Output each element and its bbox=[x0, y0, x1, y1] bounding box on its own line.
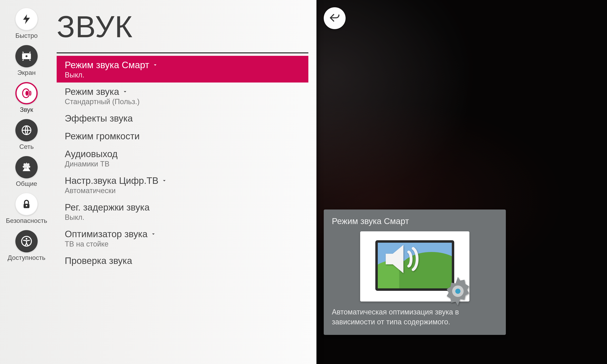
sidebar-item-label: Быстро bbox=[15, 32, 38, 39]
svg-point-3 bbox=[26, 91, 28, 96]
screen-icon bbox=[15, 45, 38, 67]
svg-point-1 bbox=[25, 55, 28, 58]
menu-item[interactable]: Эффекты звука bbox=[57, 109, 308, 127]
network-icon bbox=[15, 119, 38, 141]
chevron-down-icon bbox=[161, 178, 167, 184]
menu-item-title: Режим громкости bbox=[65, 131, 300, 142]
sidebar-item-label: Безопасность bbox=[6, 217, 47, 224]
menu-item[interactable]: Проверка звука bbox=[57, 252, 308, 269]
menu-item-value: Автоматически bbox=[65, 186, 300, 195]
menu-item[interactable]: Оптимизатор звукаТВ на стойке bbox=[57, 225, 308, 252]
settings-sidebar: Быстро Экран bbox=[0, 0, 53, 364]
menu-item-title: Режим звука bbox=[65, 86, 300, 97]
menu-item[interactable]: Режим звука СмартВыкл. bbox=[57, 56, 308, 82]
general-icon bbox=[15, 156, 38, 178]
help-card-title: Режим звука Смарт bbox=[332, 216, 498, 226]
page-title: ЗВУК bbox=[57, 9, 308, 44]
gear-icon bbox=[441, 274, 475, 309]
menu-item-title: Настр.звука Цифр.ТВ bbox=[65, 175, 300, 186]
sidebar-item-accessibility[interactable]: Доступность bbox=[0, 228, 53, 263]
chevron-down-icon bbox=[150, 231, 156, 237]
help-card: Режим звука Смарт Автома bbox=[324, 209, 506, 335]
menu-item-title: Проверка звука bbox=[65, 255, 300, 266]
sidebar-item-label: Доступность bbox=[8, 254, 46, 261]
menu-item[interactable]: Настр.звука Цифр.ТВАвтоматически bbox=[57, 171, 308, 198]
sidebar-item-quick[interactable]: Быстро bbox=[0, 6, 53, 41]
help-card-illustration bbox=[360, 231, 469, 301]
sidebar-item-label: Экран bbox=[17, 69, 36, 77]
menu-item-title: Эффекты звука bbox=[65, 113, 300, 124]
divider bbox=[57, 52, 308, 53]
menu-item[interactable]: АудиовыходДинамики ТВ bbox=[57, 145, 308, 171]
menu-item-value: Динамики ТВ bbox=[65, 160, 300, 168]
sidebar-item-label: Звук bbox=[20, 106, 33, 114]
sidebar-item-label: Сеть bbox=[19, 143, 34, 150]
menu-item[interactable]: Режим громкости bbox=[57, 127, 308, 145]
menu-item-value: Выкл. bbox=[65, 71, 300, 79]
settings-main: ЗВУК Режим звука СмартВыкл.Режим звукаСт… bbox=[53, 0, 317, 364]
menu-item[interactable]: Режим звукаСтандартный (Польз.) bbox=[57, 82, 308, 109]
svg-point-8 bbox=[26, 238, 27, 240]
bolt-icon bbox=[15, 8, 38, 30]
menu-item-title: Рег. задержки звука bbox=[65, 202, 300, 213]
menu-item[interactable]: Рег. задержки звукаВыкл. bbox=[57, 198, 308, 225]
sidebar-item-screen[interactable]: Экран bbox=[0, 43, 53, 78]
menu-item-value: Стандартный (Польз.) bbox=[65, 97, 300, 106]
svg-point-6 bbox=[26, 205, 27, 207]
sound-icon bbox=[15, 82, 38, 104]
help-card-description: Автоматическая оптимизация звука в завис… bbox=[332, 307, 498, 327]
menu-item-title: Оптимизатор звука bbox=[65, 229, 300, 239]
sidebar-item-label: Общие bbox=[16, 180, 37, 187]
settings-menu: Режим звука СмартВыкл.Режим звукаСтандар… bbox=[57, 56, 308, 269]
chevron-down-icon bbox=[122, 89, 128, 95]
menu-item-value: ТВ на стойке bbox=[65, 240, 300, 248]
menu-item-value: Выкл. bbox=[65, 213, 300, 222]
sidebar-item-security[interactable]: Безопасность bbox=[0, 191, 53, 226]
sidebar-item-general[interactable]: Общие bbox=[0, 154, 53, 190]
sidebar-item-sound[interactable]: Звук bbox=[0, 80, 53, 116]
menu-item-title: Аудиовыход bbox=[65, 148, 300, 159]
settings-panel: Быстро Экран bbox=[0, 0, 317, 364]
lock-icon bbox=[15, 193, 38, 215]
chevron-down-icon bbox=[152, 62, 158, 68]
back-arrow-icon bbox=[329, 12, 340, 24]
sidebar-item-network[interactable]: Сеть bbox=[0, 117, 53, 153]
accessibility-icon bbox=[15, 230, 38, 252]
back-button[interactable] bbox=[324, 7, 346, 29]
svg-point-10 bbox=[455, 288, 461, 294]
menu-item-title: Режим звука Смарт bbox=[65, 59, 300, 70]
speaker-icon bbox=[380, 238, 423, 281]
